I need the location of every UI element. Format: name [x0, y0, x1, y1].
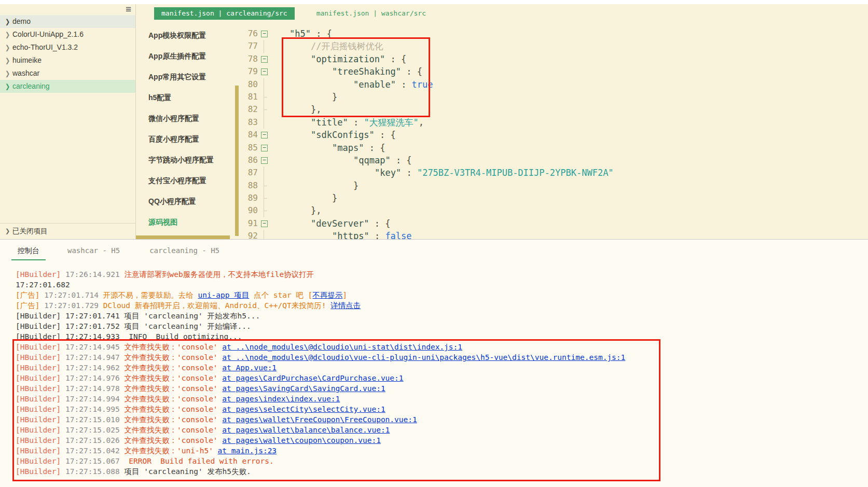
editor-tab-0[interactable]: manifest.json | carcleaning/src	[154, 7, 295, 20]
token-str: "275BZ-V3TR4-MIPUB-DIIJP-2YPBK-NWF2A"	[417, 168, 614, 178]
log-text: 点个 star 吧 [	[249, 291, 312, 299]
config-nav-item-1[interactable]: App原生插件配置	[136, 46, 240, 66]
horizontal-scrollbar[interactable]	[136, 235, 230, 239]
code-line-83: 83"title" : "大猩猩洗车",	[240, 116, 868, 129]
code-line-87: 87"key" : "275BZ-V3TR4-MIPUB-DIIJP-2YPBK…	[240, 166, 868, 179]
sidebar-item-ColorUI-UniApp_2.1.6[interactable]: ❯ColorUI-UniApp_2.1.6	[0, 28, 135, 41]
token-punc: }	[353, 180, 359, 191]
sidebar-menu-icon[interactable]: ≡	[126, 4, 131, 15]
fold-collapse-icon[interactable]: −	[261, 132, 268, 138]
console-tabbar: 控制台washcar - H5carcleaning - H5	[0, 245, 226, 260]
config-nav-item-3[interactable]: h5配置	[136, 87, 240, 108]
console-tab-2[interactable]: carcleaning - H5	[143, 245, 226, 259]
code-line-86: 86−"qqmap" : {	[240, 154, 868, 166]
fold-collapse-icon[interactable]: −	[261, 56, 268, 63]
config-nav-item-4[interactable]: 微信小程序配置	[136, 108, 240, 129]
config-nav-item-9[interactable]: 源码视图	[136, 212, 240, 232]
code-editor[interactable]: 76−"h5" : {77//开启摇钱树优化78−"optimization" …	[240, 21, 868, 239]
config-nav-item-7[interactable]: 支付宝小程序配置	[136, 170, 240, 191]
editor-tabbar: manifest.json | carcleaning/srcmanifest.…	[136, 4, 868, 21]
code-line-88: 88}	[240, 179, 868, 192]
code-line-92: 92"https" : false	[240, 230, 868, 239]
console-panel: 控制台washcar - H5carcleaning - H5 [HBuilde…	[0, 239, 868, 487]
token-punc: },	[311, 205, 321, 216]
fold-collapse-icon[interactable]: −	[261, 145, 268, 151]
console-log-line-5: [HBuilder] 17:27:01.752 项目 'carcleaning'…	[0, 321, 868, 331]
console-link[interactable]: 不再提示	[312, 291, 342, 299]
token-punc: ,	[419, 117, 424, 128]
log-text: DCloud 新春招聘开启，欢迎前端、Android、C++/QT来投简历!	[103, 301, 331, 310]
sidebar-item-closed-projects[interactable]: ❯ 已关闭项目	[0, 224, 136, 238]
editor-tab-1[interactable]: manifest.json | washcar/src	[309, 7, 433, 20]
code-text: "key" : "275BZ-V3TR4-MIPUB-DIIJP-2YPBK-N…	[375, 166, 614, 179]
console-log-line-1: 17:27:01.682	[0, 280, 868, 290]
line-number: 88	[241, 179, 258, 192]
fold-collapse-icon[interactable]: −	[261, 157, 268, 164]
code-text: "title" : "大猩猩洗车",	[311, 116, 424, 129]
console-log-line-4: [HBuilder] 17:27:01.741 项目 'carcleaning'…	[0, 311, 868, 321]
manifest-config-nav: App模块权限配置App原生插件配置App常用其它设置h5配置微信小程序配置百度…	[136, 21, 240, 239]
fold-scope-line	[264, 116, 264, 129]
log-text: 17:27:01.714	[39, 291, 103, 299]
token-str: "大猩猩洗车"	[364, 117, 418, 128]
fold-scope-tick	[264, 211, 267, 211]
sidebar-divider	[0, 223, 136, 224]
log-text: [HBuilder] 17:27:01.741 项目 'carcleaning'…	[16, 312, 260, 320]
line-number: 89	[241, 192, 258, 204]
code-line-89: 89}	[240, 192, 868, 204]
sidebar-item-echo-ThorUI_V1.3.2[interactable]: ❯echo-ThorUI_V1.3.2	[0, 41, 135, 54]
config-nav-item-0[interactable]: App模块权限配置	[136, 25, 240, 46]
closed-projects-label: 已关闭项目	[12, 224, 48, 238]
code-line-84: 84−"sdkConfigs" : {	[240, 129, 868, 141]
hbuilderx-window: ≡ ❯demo❯ColorUI-UniApp_2.1.6❯echo-ThorUI…	[0, 0, 868, 487]
token-key: "title"	[311, 117, 348, 128]
fold-scope-line	[264, 78, 264, 91]
fold-scope-tick	[264, 198, 267, 199]
line-number: 80	[241, 78, 258, 91]
annotation-box-console	[12, 339, 660, 481]
line-number: 92	[241, 230, 258, 239]
config-nav-item-5[interactable]: 百度小程序配置	[136, 129, 240, 149]
code-line-85: 85−"maps" : {	[240, 142, 868, 154]
config-nav-item-8[interactable]: QQ小程序配置	[136, 191, 240, 212]
sidebar-item-demo[interactable]: ❯demo	[0, 15, 135, 28]
line-number: 81	[241, 91, 258, 103]
chevron-right-icon: ❯	[5, 224, 12, 238]
log-text: [HBuilder]	[16, 270, 61, 279]
log-text: 17:27:01.682	[16, 281, 70, 289]
code-line-90: 90},	[240, 204, 868, 217]
line-number: 87	[241, 166, 258, 179]
project-label: demo	[12, 15, 31, 28]
config-nav-item-2[interactable]: App常用其它设置	[136, 66, 240, 87]
config-nav-item-6[interactable]: 字节跳动小程序配置	[136, 149, 240, 170]
vertical-scrollbar[interactable]	[235, 86, 239, 236]
project-label: ColorUI-UniApp_2.1.6	[12, 28, 84, 41]
console-link[interactable]: 详情点击	[330, 301, 361, 310]
token-punc: : {	[391, 155, 412, 165]
code-line-91: 91−"devServer" : {	[240, 217, 868, 230]
annotation-box-code	[282, 37, 430, 117]
console-tab-1[interactable]: washcar - H5	[61, 245, 126, 259]
token-punc: }	[332, 193, 337, 203]
fold-collapse-icon[interactable]: −	[261, 31, 268, 37]
project-sidebar: ≡ ❯demo❯ColorUI-UniApp_2.1.6❯echo-ThorUI…	[0, 4, 136, 239]
token-key: "key"	[375, 168, 401, 178]
fold-collapse-icon[interactable]: −	[261, 220, 268, 227]
sidebar-item-washcar[interactable]: ❯washcar	[0, 67, 135, 80]
token-punc: : {	[375, 130, 396, 140]
sidebar-item-huimeike[interactable]: ❯huimeike	[0, 54, 135, 67]
line-number: 86	[241, 154, 258, 166]
line-number: 79	[241, 65, 258, 78]
project-label: washcar	[12, 67, 39, 80]
log-text: 17:26:14.921	[61, 270, 124, 279]
sidebar-item-carcleaning[interactable]: ❯carcleaning	[0, 80, 135, 93]
fold-collapse-icon[interactable]: −	[261, 68, 268, 75]
console-tab-0[interactable]: 控制台	[11, 245, 46, 260]
token-bool: false	[385, 231, 411, 239]
log-text: [HBuilder] 17:27:01.752 项目 'carcleaning'…	[16, 322, 251, 330]
line-number: 77	[241, 40, 258, 52]
fold-scope-tick	[264, 97, 267, 98]
token-punc: : {	[364, 143, 385, 153]
console-link[interactable]: uni-app 项目	[198, 291, 249, 299]
fold-scope-line	[264, 40, 264, 52]
